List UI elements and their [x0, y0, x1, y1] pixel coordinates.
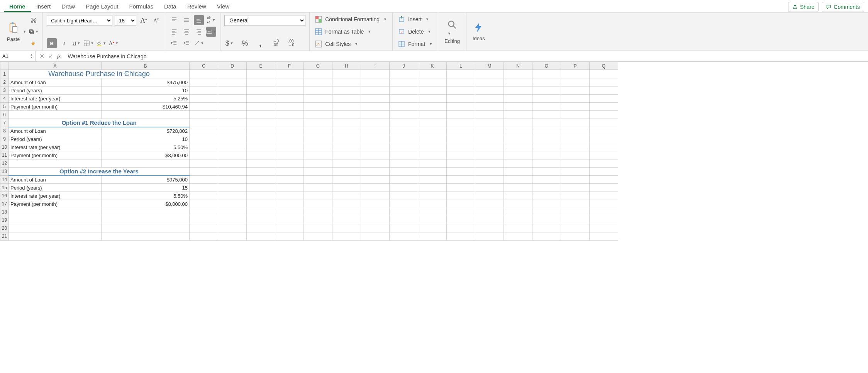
cell[interactable]: [532, 216, 561, 224]
cell[interactable]: [361, 192, 390, 200]
decrease-decimal-icon[interactable]: .00→0: [286, 38, 296, 48]
cell[interactable]: [418, 224, 447, 232]
cell[interactable]: [361, 168, 390, 176]
cell[interactable]: [304, 78, 332, 86]
bold-button[interactable]: B: [47, 38, 57, 48]
cell[interactable]: [304, 111, 332, 119]
row-header-9[interactable]: 9: [0, 135, 9, 143]
cell[interactable]: [418, 95, 447, 103]
cell[interactable]: [218, 216, 247, 224]
cell[interactable]: [504, 200, 532, 208]
paste-icon[interactable]: [8, 22, 19, 35]
row-header-12[interactable]: 12: [0, 159, 9, 168]
cell[interactable]: [475, 192, 504, 200]
cell[interactable]: [447, 78, 475, 86]
cell[interactable]: [332, 216, 361, 224]
fx-icon[interactable]: fx: [57, 53, 61, 59]
format-painter-icon[interactable]: [29, 38, 39, 48]
cell[interactable]: [590, 143, 618, 151]
cell[interactable]: [447, 168, 475, 176]
format-cells-button[interactable]: Format▼: [397, 40, 434, 48]
cell[interactable]: [475, 168, 504, 176]
cell[interactable]: [590, 232, 618, 241]
cell[interactable]: [190, 192, 218, 200]
cell[interactable]: [447, 192, 475, 200]
cell[interactable]: [532, 127, 561, 135]
group-editing[interactable]: ▼ Editing: [438, 13, 466, 51]
cell[interactable]: [190, 103, 218, 111]
wrap-text-icon[interactable]: ab↵▼: [206, 15, 216, 25]
cell[interactable]: [390, 151, 418, 159]
column-header-D[interactable]: D: [218, 62, 247, 70]
cell[interactable]: [504, 176, 532, 184]
cell[interactable]: [247, 143, 275, 151]
cell[interactable]: [475, 224, 504, 232]
cell[interactable]: [504, 103, 532, 111]
cell[interactable]: [218, 176, 247, 184]
select-all-corner[interactable]: [0, 62, 9, 70]
cell[interactable]: [247, 127, 275, 135]
cell[interactable]: [247, 224, 275, 232]
cell[interactable]: [275, 119, 304, 127]
cell[interactable]: [532, 168, 561, 176]
row-header-3[interactable]: 3: [0, 86, 9, 95]
cell[interactable]: [332, 192, 361, 200]
cell[interactable]: [247, 168, 275, 176]
cell[interactable]: [504, 216, 532, 224]
column-header-B[interactable]: B: [102, 62, 190, 70]
cell[interactable]: [275, 95, 304, 103]
cell[interactable]: [447, 70, 475, 78]
cell[interactable]: [275, 103, 304, 111]
cell[interactable]: [532, 95, 561, 103]
cell[interactable]: [218, 208, 247, 216]
cell[interactable]: [590, 176, 618, 184]
cell[interactable]: [275, 232, 304, 241]
share-button[interactable]: Share: [788, 2, 819, 12]
cell-title[interactable]: Warehouse Purchase in Chicago: [9, 70, 190, 78]
formula-input[interactable]: Warehouse Purchase in Chicago: [64, 53, 868, 59]
cell[interactable]: [304, 143, 332, 151]
cell-A6[interactable]: [9, 111, 102, 119]
cell[interactable]: [447, 208, 475, 216]
column-header-G[interactable]: G: [304, 62, 332, 70]
cell[interactable]: [504, 208, 532, 216]
cell[interactable]: [532, 184, 561, 192]
cell[interactable]: [561, 232, 590, 241]
cell[interactable]: [332, 143, 361, 151]
cell[interactable]: [504, 184, 532, 192]
group-ideas[interactable]: Ideas: [466, 13, 491, 51]
cell[interactable]: [218, 200, 247, 208]
cell[interactable]: [190, 127, 218, 135]
cell[interactable]: [304, 200, 332, 208]
cell[interactable]: [590, 70, 618, 78]
cell[interactable]: [390, 111, 418, 119]
decrease-indent-icon[interactable]: [169, 38, 179, 48]
cell[interactable]: [447, 224, 475, 232]
cell[interactable]: [332, 127, 361, 135]
cell-B6[interactable]: [102, 111, 190, 119]
column-header-N[interactable]: N: [504, 62, 532, 70]
cell-B12[interactable]: [102, 159, 190, 168]
cell[interactable]: [361, 176, 390, 184]
cell-B19[interactable]: [102, 216, 190, 224]
cell[interactable]: [275, 86, 304, 95]
cell[interactable]: [304, 127, 332, 135]
cell[interactable]: [361, 135, 390, 143]
cell[interactable]: [390, 159, 418, 168]
cell[interactable]: [190, 224, 218, 232]
cell[interactable]: [561, 176, 590, 184]
cell[interactable]: [418, 127, 447, 135]
cell-B10[interactable]: 5.50%: [102, 143, 190, 151]
tab-insert[interactable]: Insert: [31, 2, 56, 12]
cell[interactable]: [504, 151, 532, 159]
cell[interactable]: [475, 200, 504, 208]
cell[interactable]: [390, 232, 418, 241]
cell-subhead[interactable]: Option #2 Increase the Years: [9, 168, 190, 176]
cell[interactable]: [218, 168, 247, 176]
align-center-icon[interactable]: [181, 27, 192, 37]
cell[interactable]: [304, 192, 332, 200]
cell[interactable]: [247, 232, 275, 241]
format-as-table-button[interactable]: Format as Table▼: [314, 27, 388, 36]
cell[interactable]: [190, 208, 218, 216]
cell[interactable]: [190, 168, 218, 176]
